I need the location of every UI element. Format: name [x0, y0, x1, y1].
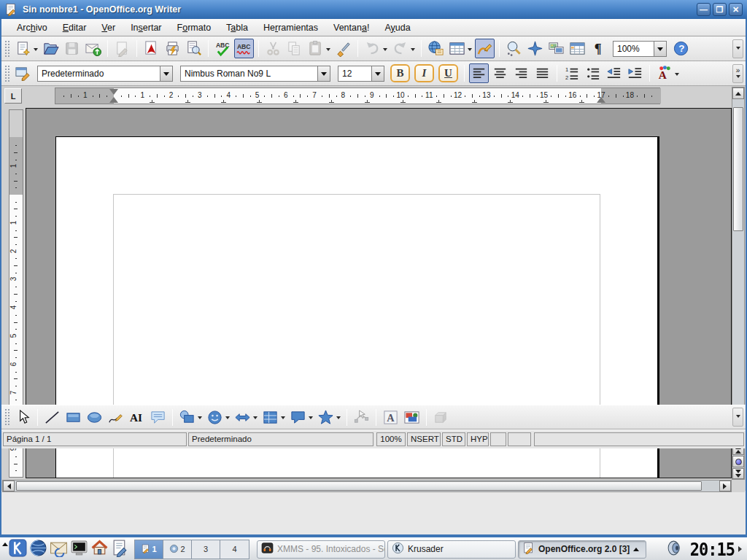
find-replace-button[interactable]	[504, 39, 524, 58]
flowchart-button[interactable]	[260, 408, 287, 427]
desktop-2[interactable]: 2	[163, 540, 192, 559]
horizontal-ruler[interactable]: 1123456789101112131415161718	[55, 88, 660, 104]
zoom-combo-value[interactable]: 100%	[614, 42, 654, 56]
status-insert-mode[interactable]: NSERT	[407, 432, 441, 446]
align-center-button[interactable]	[490, 63, 510, 83]
toolbar-handle[interactable]	[4, 408, 9, 426]
menu-herramientas[interactable]: Herramientas	[257, 20, 325, 35]
ellipse-button[interactable]	[85, 408, 104, 427]
rectangle-button[interactable]	[63, 408, 83, 427]
block-arrows-button[interactable]	[233, 408, 259, 427]
zoom-combo[interactable]: 100%	[613, 41, 667, 57]
kmenu-launcher[interactable]	[7, 539, 28, 559]
callout-balloon-button[interactable]	[148, 408, 168, 427]
desktop-4[interactable]: 4	[220, 540, 249, 559]
select-button[interactable]	[13, 408, 33, 427]
line-button[interactable]	[42, 408, 62, 427]
toolbar-handle[interactable]	[4, 40, 9, 58]
spellcheck-button[interactable]: ABC	[213, 39, 233, 58]
table-button[interactable]	[447, 39, 473, 58]
hyperlink-button[interactable]	[426, 39, 446, 58]
vertical-scroll-thumb[interactable]	[733, 107, 743, 231]
first-line-indent-marker[interactable]	[109, 89, 118, 95]
help-button[interactable]: ?	[671, 39, 691, 58]
data-sources-button[interactable]	[568, 39, 587, 58]
menu-editar[interactable]: Editar	[56, 20, 93, 35]
task-krusader[interactable]: Krusader	[387, 540, 516, 559]
task-openoffice-org-2-0-3[interactable]: OpenOffice.org 2.0 [3]	[518, 540, 646, 559]
styles-window-button[interactable]	[13, 63, 33, 83]
numbered-list-button[interactable]: 12	[562, 63, 581, 83]
align-right-button[interactable]	[511, 63, 531, 83]
toolbar-options-button[interactable]	[732, 39, 743, 58]
home-launcher[interactable]	[89, 539, 109, 559]
minimize-button[interactable]: —	[697, 3, 711, 16]
desktop-1[interactable]: 1	[135, 540, 163, 559]
task-xmms-95-intoxicados-se[interactable]: XMMS - 95. Intoxicados - Se	[257, 540, 385, 559]
left-indent-marker[interactable]	[109, 97, 118, 103]
draw-functions-button[interactable]	[475, 39, 495, 58]
right-indent-marker[interactable]	[597, 97, 605, 103]
status-selection-mode[interactable]: STD	[442, 432, 465, 446]
menu-ayuda[interactable]: Ayuda	[378, 20, 417, 35]
horizontal-scrollbar[interactable]	[2, 480, 732, 492]
format-paintbrush-button[interactable]	[333, 39, 353, 58]
font-name-combo-value[interactable]: Nimbus Roman No9 L	[181, 66, 317, 81]
status-section-info[interactable]	[534, 432, 744, 446]
text-button[interactable]: AI	[127, 408, 147, 427]
web-browser-launcher[interactable]	[28, 539, 48, 559]
status-modified-flag[interactable]	[490, 432, 506, 446]
underline-button[interactable]: U	[438, 64, 458, 82]
menu-archivo[interactable]: Archivo	[10, 20, 54, 35]
formatting-marks-button[interactable]: ¶	[589, 39, 608, 58]
indent-increase-button[interactable]	[625, 63, 645, 83]
new-document-button[interactable]	[13, 39, 39, 58]
menu-formato[interactable]: Formato	[171, 20, 218, 35]
text-editor-launcher[interactable]	[109, 539, 130, 559]
tab-stop-selector[interactable]: L	[4, 88, 22, 104]
font-size-combo[interactable]: 12	[338, 66, 384, 82]
gallery-button[interactable]	[546, 39, 566, 58]
auto-spellcheck-button[interactable]: ABC	[234, 39, 254, 58]
scroll-left-button[interactable]	[3, 481, 15, 491]
volume-icon[interactable]	[666, 549, 684, 559]
mail-launcher[interactable]	[48, 539, 69, 559]
print-button[interactable]	[163, 39, 182, 58]
menu-ver[interactable]: Ver	[95, 20, 122, 35]
panel-hide-button[interactable]	[738, 539, 746, 560]
status-zoom-level[interactable]: 100%	[376, 432, 406, 446]
font-size-combo-value[interactable]: 12	[338, 66, 371, 81]
toolbar-handle[interactable]	[4, 65, 9, 82]
align-justify-button[interactable]	[533, 63, 552, 83]
align-left-button[interactable]	[469, 63, 489, 83]
bullet-list-button[interactable]	[583, 63, 603, 83]
page-preview-button[interactable]	[184, 39, 204, 58]
freeform-line-button[interactable]	[106, 408, 125, 427]
font-name-combo-dropdown-button[interactable]	[317, 66, 330, 81]
next-page-button[interactable]	[732, 468, 744, 479]
zoom-combo-dropdown-button[interactable]	[654, 42, 666, 56]
open-button[interactable]	[41, 39, 61, 58]
menu-tabla[interactable]: Tabla	[220, 20, 255, 35]
bold-button[interactable]: B	[390, 64, 410, 82]
scroll-up-button[interactable]	[732, 88, 744, 99]
terminal-launcher[interactable]	[69, 539, 89, 559]
menu-ventana[interactable]: Ventana!	[327, 20, 376, 35]
document-as-email-button[interactable]	[83, 39, 103, 58]
desktop-3[interactable]: 3	[192, 540, 220, 559]
paragraph-style-combo[interactable]: Predeterminado	[37, 66, 173, 82]
font-size-combo-dropdown-button[interactable]	[371, 66, 384, 81]
toolbar-options-button[interactable]	[732, 408, 743, 427]
status-page-number[interactable]: Página 1 / 1	[3, 432, 187, 446]
italic-button[interactable]: I	[414, 64, 434, 82]
basic-shapes-button[interactable]	[177, 408, 204, 427]
navigation-button[interactable]	[732, 456, 744, 467]
panel-handle[interactable]	[1, 539, 7, 560]
scroll-right-button[interactable]	[719, 481, 731, 491]
paragraph-style-combo-dropdown-button[interactable]	[160, 66, 172, 81]
fontwork-button[interactable]: A	[381, 408, 400, 427]
status-page-style[interactable]: Predeterminado	[188, 432, 374, 446]
navigator-button[interactable]	[525, 39, 545, 58]
font-color-button[interactable]: A	[654, 63, 681, 83]
toolbar-options-button[interactable]: »	[732, 64, 743, 83]
